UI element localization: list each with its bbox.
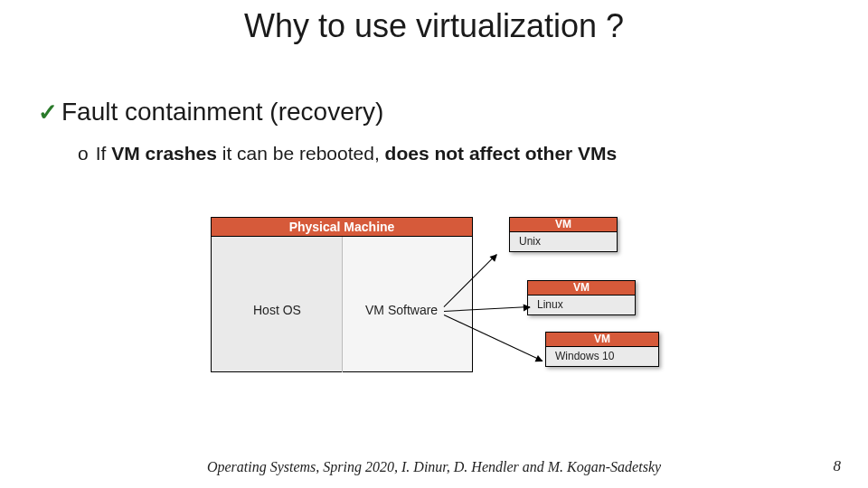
vm-header: VM [545, 332, 659, 347]
vm-linux: VM Linux [527, 280, 636, 315]
checkmark-icon: ✓ [38, 99, 58, 126]
pm-divider [342, 237, 343, 372]
bullet1-text: Fault containment (recovery) [61, 98, 383, 126]
host-os-label: Host OS [253, 303, 301, 317]
slide-title: Why to use virtualization ? [0, 7, 868, 45]
vm-software-label: VM Software [365, 303, 438, 317]
vm-unix: VM Unix [509, 217, 618, 252]
virtualization-diagram: Physical Machine Host OS VM Software VM … [211, 217, 658, 398]
footer-text: Operating Systems, Spring 2020, I. Dinur… [0, 459, 868, 475]
vm-windows: VM Windows 10 [545, 332, 659, 367]
vm-body-unix: Unix [509, 232, 618, 252]
b2-mid: it can be rebooted, [217, 143, 385, 164]
slide: Why to use virtualization ? ✓Fault conta… [0, 0, 868, 488]
circle-bullet-icon: o [78, 143, 89, 164]
bullet-level1: ✓Fault containment (recovery) [38, 98, 383, 127]
bullet-level2: oIf VM crashes it can be rebooted, does … [78, 143, 617, 164]
page-number: 8 [834, 457, 842, 475]
physical-machine-header: Physical Machine [211, 217, 473, 237]
vm-header: VM [527, 280, 636, 296]
b2-prefix: If [96, 143, 112, 164]
b2-bold1: VM crashes [111, 143, 217, 164]
b2-bold2: does not affect other VMs [385, 143, 618, 164]
vm-body-linux: Linux [527, 296, 636, 315]
vm-body-windows: Windows 10 [545, 347, 659, 367]
vm-header: VM [509, 217, 618, 232]
